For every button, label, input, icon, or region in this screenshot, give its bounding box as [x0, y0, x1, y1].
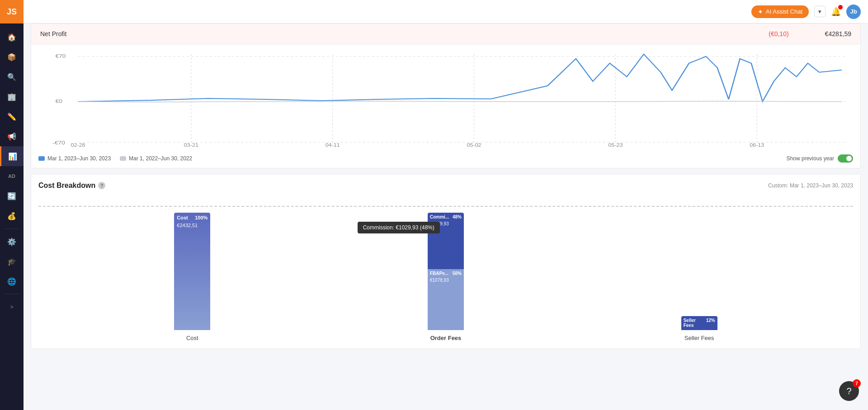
sidebar-item-integrations[interactable]: ⚙️ — [0, 232, 24, 252]
home-icon: 🏠 — [7, 33, 16, 42]
line-chart-container: €70 €0 -€70 — [38, 50, 853, 149]
sidebar-item-home[interactable]: 🏠 — [0, 27, 24, 47]
main-content: ✦ AI Assist Chat ▾ 🔔 Jb Net Profit (€0,1… — [24, 0, 868, 410]
bar-group-order-fees: Commi... 48% €1029,93 FBAPe... 50% €1078 — [319, 213, 573, 341]
legend-box-2022 — [120, 156, 126, 161]
cost-breakdown-title-area: Cost Breakdown ? — [38, 182, 105, 190]
bar-seller-fees: Seller Fees 12% — [681, 316, 717, 330]
show-prev-label: Show previous year — [787, 155, 834, 162]
chart-legend: Mar 1, 2023–Jun 30, 2023 Mar 1, 2022–Jun… — [38, 154, 853, 163]
cost-date-range: Custom: Mar 1, 2023–Jun 30, 2023 — [768, 182, 853, 189]
edit-icon: ✏️ — [7, 112, 16, 121]
legend-label-2023: Mar 1, 2023–Jun 30, 2023 — [47, 155, 111, 162]
academy-icon: 🎓 — [7, 257, 16, 266]
bar-cost-header: Cost 100% — [174, 213, 210, 223]
help-badge: 7 — [853, 379, 861, 387]
chart-dashed-line — [38, 206, 853, 207]
sidebar-item-edit[interactable]: ✏️ — [0, 107, 24, 126]
bar-cost-label: Cost — [177, 215, 188, 220]
svg-text:€70: €70 — [56, 53, 66, 59]
line-chart-svg: €70 €0 -€70 — [38, 50, 853, 149]
sidebar: JS 🏠 📦 🔍 🏢 ✏️ 📢 📊 AD 🔄 💰 — [0, 0, 24, 410]
scroll-area: Net Profit (€0,10) €4281,59 €70 €0 -€70 — [24, 23, 868, 410]
sidebar-divider — [5, 228, 19, 229]
net-profit-section: Net Profit (€0,10) €4281,59 — [31, 23, 861, 44]
net-profit-label: Net Profit — [40, 30, 769, 37]
bar-cost-pct: 100% — [195, 215, 208, 220]
sidebar-item-marketing[interactable]: 📢 — [0, 126, 24, 146]
commission-pct: 48% — [453, 214, 462, 219]
topbar-dropdown[interactable]: ▾ — [814, 6, 826, 17]
fba-label: FBAPe... — [430, 271, 448, 276]
sidebar-item-analytics[interactable]: 📊 — [0, 146, 24, 166]
svg-text:-€70: -€70 — [52, 140, 65, 145]
sidebar-item-orders[interactable]: 📦 — [0, 47, 24, 67]
sidebar-item-ads[interactable]: AD — [0, 166, 24, 186]
svg-text:€0: €0 — [56, 98, 62, 104]
bar-cost-value: €2432,51 — [174, 223, 210, 228]
ads-icon: AD — [8, 173, 15, 179]
legend-item-2022: Mar 1, 2022–Jun 30, 2022 — [120, 155, 192, 162]
ai-icon: ✦ — [758, 8, 763, 15]
chevron-down-icon: ▾ — [818, 8, 821, 15]
seller-fees-pct: 12% — [706, 318, 715, 328]
cost-breakdown-section: Cost Breakdown ? Custom: Mar 1, 2023–Jun… — [31, 174, 861, 349]
sidebar-item-products[interactable]: 🏢 — [0, 87, 24, 107]
net-profit-negative-value: (€0,10) — [769, 30, 788, 37]
bar-seller-fees-axis-label: Seller Fees — [684, 335, 714, 341]
svg-text:06-13: 06-13 — [750, 143, 764, 148]
sidebar-item-global[interactable]: 🌐 — [0, 271, 24, 291]
svg-text:05-23: 05-23 — [608, 143, 623, 148]
bar-group-seller-fees: Seller Fees 12% Seller Fees — [572, 316, 826, 341]
svg-text:02-28: 02-28 — [71, 143, 85, 148]
cost-chart-area: Cost 100% €2432,51 Cost Commi... — [38, 197, 853, 341]
show-previous-year-toggle-area: Show previous year — [787, 154, 853, 163]
sidebar-item-academy[interactable]: 🎓 — [0, 252, 24, 271]
commission-tooltip: Commission: €1029,93 (48%) — [358, 222, 440, 233]
commission-label: Commi... — [430, 214, 449, 219]
marketing-icon: 📢 — [7, 132, 16, 141]
sidebar-expand-button[interactable]: > — [0, 297, 24, 317]
sidebar-item-search[interactable]: 🔍 — [0, 67, 24, 87]
notification-badge — [838, 5, 843, 9]
cost-breakdown-header: Cost Breakdown ? Custom: Mar 1, 2023–Jun… — [38, 182, 853, 190]
notification-bell[interactable]: 🔔 — [831, 7, 841, 17]
seller-fees-header: Seller Fees 12% — [681, 316, 717, 330]
legend-box-2023 — [38, 156, 45, 161]
commission-header: Commi... 48% — [428, 213, 464, 221]
bar-fba-segment: FBAPe... 50% €1078,93 — [428, 269, 464, 330]
legend-label-2022: Mar 1, 2022–Jun 30, 2022 — [129, 155, 192, 162]
fba-value: €1078,93 — [428, 278, 464, 283]
integrations-icon: ⚙️ — [7, 238, 16, 246]
legend-item-2023: Mar 1, 2023–Jun 30, 2023 — [38, 155, 111, 162]
show-prev-toggle[interactable] — [838, 154, 853, 163]
ai-assist-button[interactable]: ✦ AI Assist Chat — [751, 5, 809, 18]
net-profit-positive-value: €4281,59 — [825, 30, 851, 37]
bar-order-fees-axis-label: Order Fees — [430, 335, 462, 341]
search-icon: 🔍 — [7, 73, 16, 81]
topbar: ✦ AI Assist Chat ▾ 🔔 Jb — [24, 0, 868, 23]
svg-text:05-02: 05-02 — [467, 143, 481, 148]
avatar[interactable]: Jb — [846, 5, 861, 19]
sidebar-item-finance[interactable]: 💰 — [0, 206, 24, 226]
bar-cost-axis-label: Cost — [186, 335, 198, 341]
bar-group-cost: Cost 100% €2432,51 Cost — [66, 213, 319, 341]
bar-cost: Cost 100% €2432,51 — [174, 213, 210, 330]
net-profit-row: Net Profit (€0,10) €4281,59 — [31, 24, 860, 44]
sidebar-divider-2 — [5, 294, 19, 294]
svg-text:04-11: 04-11 — [326, 143, 340, 148]
fba-header: FBAPe... 50% — [428, 269, 464, 278]
help-button[interactable]: ? 7 — [839, 381, 859, 401]
fba-pct: 50% — [453, 271, 462, 276]
sidebar-nav: 🏠 📦 🔍 🏢 ✏️ 📢 📊 AD 🔄 💰 ⚙️ — [0, 23, 24, 410]
app-logo: JS — [0, 0, 24, 23]
sidebar-item-sync[interactable]: 🔄 — [0, 186, 24, 206]
products-icon: 🏢 — [7, 93, 16, 101]
line-chart-section: €70 €0 -€70 — [31, 44, 861, 168]
seller-fees-label: Seller Fees — [684, 318, 706, 328]
svg-text:03-21: 03-21 — [184, 143, 198, 148]
help-icon: ? — [846, 386, 851, 396]
sync-icon: 🔄 — [7, 192, 16, 200]
cost-breakdown-help-icon[interactable]: ? — [98, 182, 105, 189]
cost-breakdown-title: Cost Breakdown — [38, 182, 95, 190]
